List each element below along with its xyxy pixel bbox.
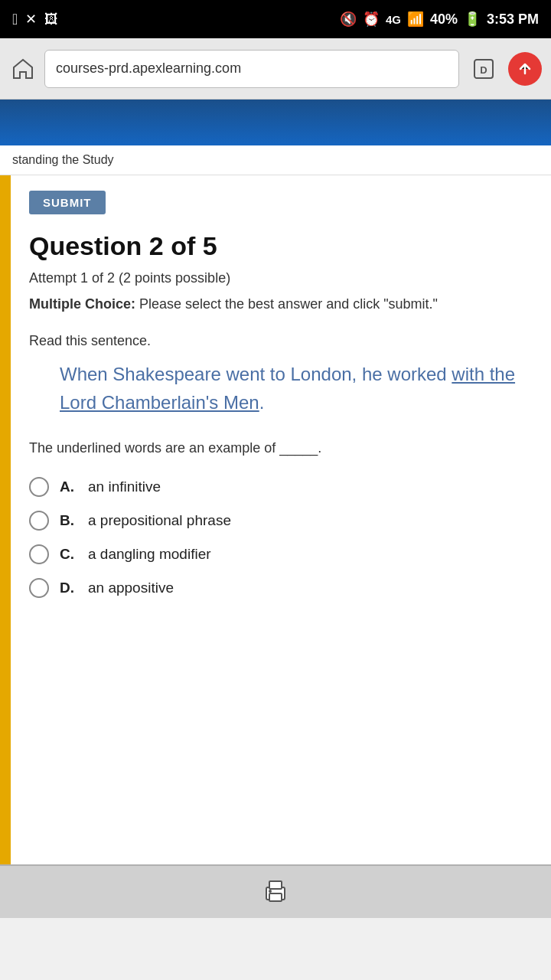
time-display: 3:53 PM xyxy=(487,11,539,28)
battery-icon: 🔋 xyxy=(464,11,481,28)
radio-a[interactable] xyxy=(29,477,49,497)
choice-item-d[interactable]: D. an appositive xyxy=(29,578,533,598)
gold-bar xyxy=(0,175,11,864)
radio-b[interactable] xyxy=(29,511,49,531)
clock-icon: ⏰ xyxy=(363,11,380,28)
facebook-icon:  xyxy=(12,11,18,28)
image-icon: 🖼 xyxy=(44,11,58,28)
submit-button[interactable]: SUBMIT xyxy=(29,191,106,214)
breadcrumb: standing the Study xyxy=(0,145,551,175)
question-title: Question 2 of 5 xyxy=(29,231,533,261)
header-blue-bar xyxy=(0,100,551,145)
instruction-detail: Please select the best answer and click … xyxy=(139,296,438,312)
print-button[interactable] xyxy=(259,875,292,909)
svg-rect-3 xyxy=(269,881,282,889)
radio-c[interactable] xyxy=(29,544,49,564)
main-content: SUBMIT Question 2 of 5 Attempt 1 of 2 (2… xyxy=(11,175,551,864)
mute-icon: 🔇 xyxy=(340,11,357,28)
print-bar xyxy=(0,864,551,918)
home-button[interactable] xyxy=(9,55,37,83)
svg-point-5 xyxy=(269,890,272,893)
browser-bar: courses-prd.apexlearning.com D xyxy=(0,38,551,100)
tab-button[interactable]: D xyxy=(467,52,500,86)
status-bar-right: 🔇 ⏰ 4G 📶 40% 🔋 3:53 PM xyxy=(340,11,539,28)
choice-text-a: an infinitive xyxy=(88,479,161,495)
choice-text-c: a dangling modifier xyxy=(88,546,211,563)
signal-bars: 📶 xyxy=(407,11,424,28)
read-sentence: Read this sentence. xyxy=(29,333,533,349)
quote-block: When Shakespeare went to London, he work… xyxy=(60,360,533,416)
status-icon-x: ✕ xyxy=(25,11,37,28)
instruction-text: Multiple Choice: Please select the best … xyxy=(29,294,533,315)
address-bar[interactable]: courses-prd.apexlearning.com xyxy=(44,50,459,88)
answer-choices: A. an infinitive B. a prepositional phra… xyxy=(29,477,533,598)
choice-label-a: A. xyxy=(60,479,74,495)
radio-d[interactable] xyxy=(29,578,49,598)
breadcrumb-text: standing the Study xyxy=(12,153,114,166)
url-text: courses-prd.apexlearning.com xyxy=(56,60,241,77)
choice-item-c[interactable]: C. a dangling modifier xyxy=(29,544,533,564)
svg-rect-4 xyxy=(269,893,282,901)
choice-text-b: a prepositional phrase xyxy=(88,512,231,529)
question-text: The underlined words are an example of _… xyxy=(29,438,533,459)
choice-item-b[interactable]: B. a prepositional phrase xyxy=(29,511,533,531)
content-wrapper: SUBMIT Question 2 of 5 Attempt 1 of 2 (2… xyxy=(0,175,551,864)
quote-period: . xyxy=(259,392,265,413)
status-bar-left:  ✕ 🖼 xyxy=(12,11,58,28)
attempt-text: Attempt 1 of 2 (2 points possible) xyxy=(29,270,533,286)
choice-label-b: B. xyxy=(60,512,74,529)
choice-text-d: an appositive xyxy=(88,580,174,596)
battery-percent: 40% xyxy=(430,11,458,28)
network-icon: 4G xyxy=(386,13,401,26)
upload-button[interactable] xyxy=(508,52,542,86)
svg-text:D: D xyxy=(480,64,487,76)
choice-label-c: C. xyxy=(60,546,74,563)
instruction-bold: Multiple Choice: xyxy=(29,296,135,312)
status-bar:  ✕ 🖼 🔇 ⏰ 4G 📶 40% 🔋 3:53 PM xyxy=(0,0,551,38)
quote-main: When Shakespeare went to London, he work… xyxy=(60,364,452,384)
choice-label-d: D. xyxy=(60,580,74,596)
choice-item-a[interactable]: A. an infinitive xyxy=(29,477,533,497)
